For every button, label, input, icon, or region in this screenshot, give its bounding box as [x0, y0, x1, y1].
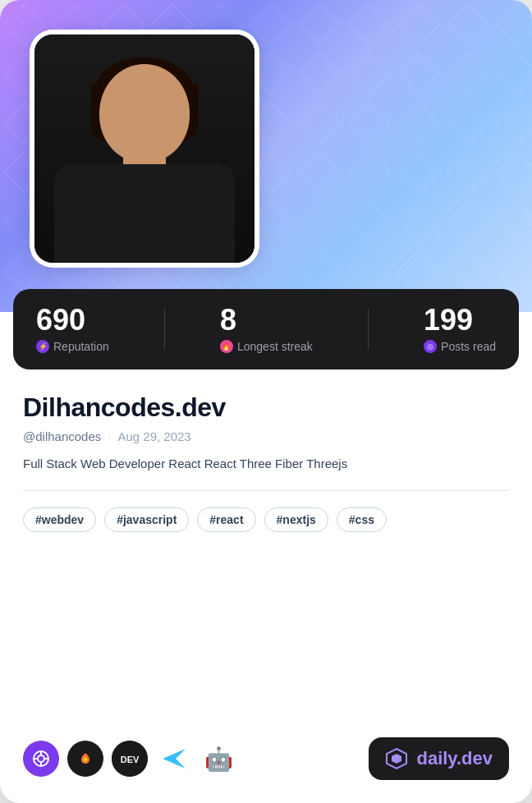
person-head: [99, 64, 190, 163]
stats-bar: 690 ⚡ Reputation 8 🔥 Longest streak 199 …: [13, 289, 519, 369]
stat-streak: 8 🔥 Longest streak: [220, 305, 313, 353]
daily-dev-icon: [385, 747, 408, 770]
tags-container: #webdev #javascript #react #nextjs #css: [23, 507, 509, 532]
tag-javascript[interactable]: #javascript: [104, 507, 189, 532]
tag-webdev[interactable]: #webdev: [23, 507, 96, 532]
avatar-container: [30, 30, 259, 268]
profile-bio: Full Stack Web Developer React React Thr…: [23, 455, 509, 474]
robot-badge[interactable]: 🤖: [200, 741, 236, 777]
stat-divider-1: [164, 309, 165, 350]
profile-info: Dilhancodes.dev @dilhancodes · Aug 29, 2…: [0, 369, 532, 737]
streak-icon: 🔥: [220, 340, 233, 353]
profile-handle: @dilhancodes: [23, 429, 101, 443]
hero-section: [0, 0, 532, 312]
svg-text:DEV: DEV: [121, 755, 140, 764]
avatar-person: [34, 34, 255, 263]
posts-value: 199: [424, 305, 496, 335]
badges-container: DEV 🤖: [23, 741, 236, 777]
streak-label: 🔥 Longest streak: [220, 340, 313, 353]
stat-divider-2: [368, 309, 369, 350]
avatar: [34, 34, 255, 263]
reputation-label: ⚡ Reputation: [36, 340, 109, 353]
profile-divider: [23, 490, 509, 491]
profile-meta: @dilhancodes · Aug 29, 2023: [23, 429, 509, 443]
stat-reputation: 690 ⚡ Reputation: [36, 305, 109, 353]
daily-dev-label: daily.dev: [416, 748, 493, 769]
profile-card: 690 ⚡ Reputation 8 🔥 Longest streak 199 …: [0, 0, 532, 803]
person-body: [54, 164, 235, 263]
streak-text: Longest streak: [237, 340, 313, 353]
send-badge[interactable]: [156, 741, 192, 777]
tag-react[interactable]: #react: [197, 507, 255, 532]
tag-css[interactable]: #css: [337, 507, 387, 532]
svg-point-2: [38, 755, 44, 762]
footer: DEV 🤖 daily.dev: [0, 737, 532, 803]
posts-text: Posts read: [441, 340, 496, 353]
posts-icon: ◎: [424, 340, 437, 353]
reputation-value: 690: [36, 305, 109, 335]
daily-dev-badge[interactable]: daily.dev: [369, 737, 509, 780]
crosshair-badge[interactable]: [23, 741, 59, 777]
tag-nextjs[interactable]: #nextjs: [264, 507, 328, 532]
streak-value: 8: [220, 305, 313, 335]
profile-name: Dilhancodes.dev: [23, 392, 509, 423]
hashnode-badge[interactable]: [67, 741, 103, 777]
reputation-icon: ⚡: [36, 340, 49, 353]
dev-badge[interactable]: DEV: [112, 741, 148, 777]
profile-date: Aug 29, 2023: [117, 429, 190, 443]
meta-dot: ·: [108, 429, 111, 443]
stat-posts: 199 ◎ Posts read: [424, 305, 496, 353]
reputation-text: Reputation: [53, 340, 109, 353]
posts-label: ◎ Posts read: [424, 340, 496, 353]
